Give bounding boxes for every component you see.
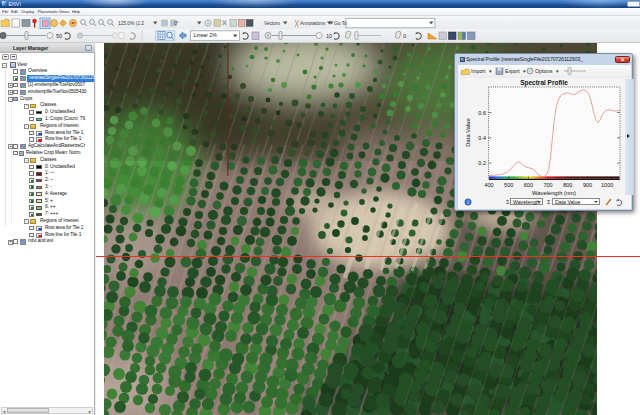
- svg-text:0.4: 0.4: [478, 135, 486, 141]
- svg-text:1000: 1000: [601, 182, 613, 188]
- svg-text:0: 0: [403, 33, 406, 39]
- svg-text:600: 600: [524, 182, 533, 188]
- svg-text:700: 700: [544, 182, 553, 188]
- svg-text:50: 50: [56, 33, 62, 39]
- svg-text:400: 400: [484, 182, 493, 188]
- svg-text:10: 10: [326, 33, 332, 39]
- svg-text:800: 800: [563, 182, 572, 188]
- svg-text:500: 500: [504, 182, 513, 188]
- svg-text:0.6: 0.6: [478, 109, 486, 115]
- svg-text:Linear 2%: Linear 2%: [194, 32, 218, 38]
- svg-text:0.2: 0.2: [478, 160, 486, 166]
- svg-text:900: 900: [583, 182, 592, 188]
- svg-text:Σ: Σ: [547, 199, 551, 205]
- svg-text:Data Value: Data Value: [465, 118, 471, 146]
